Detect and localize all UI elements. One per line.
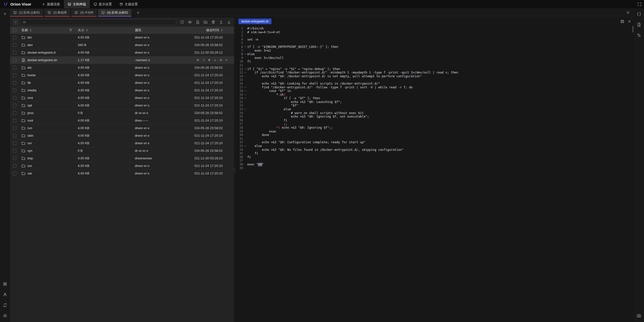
code-line-16[interactable]: 16 echo >&3 "$0: Looking for shell scrip… (236, 82, 634, 86)
back-button[interactable] (13, 19, 19, 25)
file-name[interactable]: sbin (27, 134, 33, 137)
code-line-4[interactable]: 4set -e (236, 38, 634, 42)
file-name[interactable]: dev (27, 43, 33, 47)
fullscreen-icon[interactable] (637, 2, 641, 6)
upload-icon[interactable] (219, 20, 223, 24)
file-name[interactable]: opt (27, 103, 32, 107)
code-line-17[interactable]: 17 find "/docker-entrypoint.d/" -follow … (236, 86, 634, 89)
file-name[interactable]: docker-entrypoint.d (27, 51, 55, 54)
editor-scrollbar[interactable] (632, 26, 633, 32)
row-checkbox[interactable] (13, 164, 16, 168)
file-name[interactable]: mnt (27, 96, 33, 100)
row-checkbox[interactable] (13, 104, 16, 107)
file-name[interactable]: lib (27, 81, 31, 85)
file-row-lib[interactable]: lib4.00 KBdrwxr-xr-x2021-11-24 17:20:10 (10, 79, 234, 87)
file-row-proc[interactable]: proc0 Bdr-xr-xr-x2024-05-28 23:58:02 (10, 109, 234, 117)
code-line-13[interactable]: 13 if /usr/bin/find "/docker-entrypoint.… (236, 71, 634, 75)
editor-file-tab[interactable]: docker-entrypoint.sh (238, 19, 271, 24)
user-icon[interactable] (3, 292, 7, 297)
file-name[interactable]: tmp (27, 156, 33, 160)
row-checkbox[interactable] (13, 111, 16, 115)
settings-gear-icon[interactable] (3, 313, 7, 318)
fold-chevron-icon[interactable] (243, 144, 247, 148)
nav-host-terminal[interactable]: 主机终端 (64, 0, 90, 8)
code-line-12[interactable]: 12if [ "$1" = "nginx" -o "$1" = "nginx-d… (236, 67, 634, 71)
code-line-6[interactable]: 6if [ -z "${NGINX_ENTRYPOINT_QUIET_LOGS:… (236, 45, 634, 49)
code-line-39[interactable]: 39 (236, 166, 634, 170)
sort-name-button[interactable] (30, 29, 31, 31)
swap-vertical-icon[interactable] (637, 33, 641, 38)
file-name[interactable]: docker-entrypoint.sh (27, 58, 57, 62)
row-checkbox[interactable] (13, 66, 16, 69)
save-icon[interactable] (620, 19, 624, 23)
row-checkbox[interactable] (13, 149, 16, 153)
code-line-30[interactable]: 30 done (236, 133, 634, 137)
download-icon[interactable] (214, 58, 216, 62)
file-row-media[interactable]: media4.00 KBdrwxr-xr-x2021-11-24 17:20:1… (10, 87, 234, 94)
file-row-etc[interactable]: etc4.00 KBdrwxr-xr-x2024-05-28 23:58:02 (10, 64, 234, 71)
code-line-29[interactable]: 29 esac (236, 130, 634, 133)
file-row-opt[interactable]: opt4.00 KBdrwxr-xr-x2021-11-24 17:20:10 (10, 102, 234, 109)
code-line-32[interactable]: 32 echo >&3 "$0: Configuration complete;… (236, 140, 634, 144)
row-checkbox[interactable] (13, 36, 16, 39)
row-checkbox[interactable] (13, 157, 16, 160)
fold-chevron-icon[interactable] (243, 52, 247, 56)
file-row-sbin[interactable]: sbin4.00 KBdrwxr-xr-x2021-11-24 17:20:10 (10, 132, 234, 139)
row-checkbox[interactable] (13, 43, 16, 47)
code-line-22[interactable]: 22 "$f" (236, 104, 634, 108)
copy-icon[interactable] (197, 58, 199, 62)
code-line-2[interactable]: 2# vim:sw=4:ts=4:et (236, 30, 634, 34)
code-line-27[interactable]: 27 ;; (236, 122, 634, 126)
terminal-tab-2[interactable]: (2) 数据库 (44, 9, 70, 17)
code-line-36[interactable]: 36fi (236, 155, 634, 159)
terminal-tab-1[interactable]: (1) 应用-分析01 (10, 9, 43, 17)
file-name[interactable]: run (27, 126, 32, 130)
filter-icon[interactable] (69, 28, 72, 32)
code-line-23[interactable]: 23 else (236, 108, 634, 111)
code-line-10[interactable]: 10fi (236, 60, 634, 63)
file-name[interactable]: home (27, 73, 36, 77)
row-checkbox[interactable] (13, 74, 16, 77)
fold-chevron-icon[interactable] (243, 108, 247, 111)
file-name[interactable]: proc (27, 111, 34, 115)
code-editor[interactable]: 1#!/bin/sh2# vim:sw=4:ts=4:et34set -e56i… (236, 25, 634, 322)
path-input[interactable] (21, 19, 176, 25)
file-lines-icon[interactable] (637, 22, 641, 27)
delete-icon[interactable] (208, 58, 211, 62)
row-checkbox[interactable] (13, 172, 16, 175)
code-line-20[interactable]: 20 if [ -x "$f" ]; then (236, 96, 634, 100)
eye-icon[interactable] (188, 20, 192, 24)
code-line-34[interactable]: 34 echo >&3 "$0: No files found in /dock… (236, 148, 634, 152)
code-line-9[interactable]: 9 exec 3>/dev/null (236, 56, 634, 60)
code-line-33[interactable]: 33 else (236, 144, 634, 148)
code-line-38[interactable]: 38exec "$@" (236, 163, 634, 166)
fold-chevron-icon[interactable] (243, 89, 247, 93)
fold-chevron-icon[interactable] (243, 93, 247, 97)
file-row-docker-entrypoint.d[interactable]: docker-entrypoint.d4.00 KBdrwxr-xr-x2021… (10, 49, 234, 56)
row-checkbox[interactable] (13, 119, 16, 122)
code-line-5[interactable]: 5 (236, 41, 634, 45)
file-row-usr[interactable]: usr4.00 KBdrwxr-xr-x2021-11-24 17:20:10 (10, 162, 234, 170)
row-checkbox[interactable] (13, 58, 16, 62)
new-tab-plus-icon[interactable] (3, 12, 7, 16)
code-line-35[interactable]: 35 fi (236, 152, 634, 155)
code-line-37[interactable]: 37 (236, 159, 634, 163)
file-row-tmp[interactable]: tmp4.00 KBdrwxrwxrwx2021-12-30 03:29:10 (10, 155, 234, 162)
file-row-home[interactable]: home4.00 KBdrwxr-xr-x2021-11-24 17:20:10 (10, 71, 234, 79)
code-line-14[interactable]: 14 echo >&3 "$0: /docker-entrypoint.d/ i… (236, 75, 634, 78)
close-editor-icon[interactable] (627, 19, 631, 23)
fold-chevron-icon[interactable] (243, 96, 247, 100)
sync-icon[interactable] (3, 303, 7, 307)
camera-icon[interactable] (637, 313, 641, 318)
code-line-31[interactable]: 31 (236, 137, 634, 141)
new-file-icon[interactable] (196, 20, 200, 24)
file-row-mnt[interactable]: mnt4.00 KBdrwxr-xr-x2021-11-24 17:20:10 (10, 94, 234, 102)
code-line-25[interactable]: 25 echo >&3 "$0: Ignoring $f, not execut… (236, 115, 634, 119)
code-line-11[interactable]: 11 (236, 63, 634, 67)
file-name[interactable]: root (27, 119, 33, 122)
code-line-24[interactable]: 24 # warn on shell scripts without exec … (236, 111, 634, 115)
row-checkbox[interactable] (13, 126, 16, 130)
row-checkbox[interactable] (13, 89, 16, 92)
trash-icon[interactable] (211, 20, 215, 24)
file-row-bin[interactable]: bin4.00 KBdrwxr-xr-x2021-11-24 17:20:10 (10, 34, 234, 41)
